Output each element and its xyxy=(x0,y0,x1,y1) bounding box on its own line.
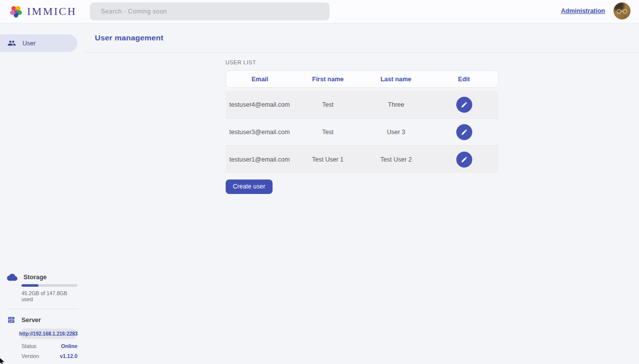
mouse-cursor-icon xyxy=(0,357,6,364)
admin-sidebar: User Storage 45.2GB of 147.8GB used xyxy=(0,23,85,364)
administration-link[interactable]: Administration xyxy=(561,7,605,14)
cell-first-name: Test xyxy=(294,129,362,136)
edit-user-button[interactable] xyxy=(456,124,472,140)
edit-user-button[interactable] xyxy=(456,152,472,168)
top-bar: IMMICH Administration xyxy=(0,0,639,23)
page-title: User management xyxy=(95,33,163,42)
cell-email: testuser3@email.com xyxy=(226,129,294,136)
server-icon xyxy=(7,316,15,324)
table-row: testuser3@email.com Test User 3 xyxy=(226,118,499,146)
immich-flower-icon xyxy=(9,4,23,18)
storage-progress-bar xyxy=(21,284,77,287)
status-value: Online xyxy=(61,343,77,349)
user-table: Email First name Last name Edit testuser… xyxy=(226,70,499,173)
search-input[interactable] xyxy=(90,2,329,20)
cell-edit xyxy=(430,97,499,113)
pencil-icon xyxy=(461,156,468,163)
table-row: testuser1@email.com Test User 1 Test Use… xyxy=(226,146,499,173)
immich-admin-page: IMMICH Administration User xyxy=(0,0,639,364)
cloud-icon xyxy=(7,273,17,281)
sidebar-item-label: User xyxy=(22,40,35,47)
logo-wordmark: IMMICH xyxy=(27,5,76,18)
cell-last-name: Test User 2 xyxy=(362,156,430,163)
table-row: testuser4@email.com Test Three xyxy=(226,91,499,118)
cell-email: testuser4@email.com xyxy=(226,101,294,108)
column-header-edit: Edit xyxy=(430,76,498,83)
pencil-icon xyxy=(461,101,468,108)
create-user-button[interactable]: Create user xyxy=(226,180,273,194)
column-header-last-name: Last name xyxy=(362,76,430,83)
user-avatar[interactable] xyxy=(614,2,631,19)
cell-email: testuser1@email.com xyxy=(226,156,294,163)
server-status-row: Status Online xyxy=(21,343,77,349)
sidebar-divider xyxy=(7,309,77,309)
storage-title: Storage xyxy=(23,274,47,281)
cell-first-name: Test User 1 xyxy=(294,156,362,163)
user-table-body: testuser4@email.com Test Three testuser3… xyxy=(226,91,499,173)
users-icon xyxy=(7,39,16,47)
cell-last-name: Three xyxy=(362,101,430,108)
section-title: USER LIST xyxy=(226,59,499,65)
sidebar-item-users[interactable]: User xyxy=(0,34,77,52)
server-title: Server xyxy=(21,317,41,324)
sidebar-footer: Storage 45.2GB of 147.8GB used xyxy=(0,273,85,359)
pencil-icon xyxy=(461,129,468,136)
immich-logo[interactable]: IMMICH xyxy=(9,4,76,18)
server-version-row: Version v1.12.0 xyxy=(21,353,77,359)
storage-progress-fill xyxy=(21,284,38,287)
version-label: Version xyxy=(21,353,39,359)
storage-usage-text: 45.2GB of 147.8GB used xyxy=(21,290,77,302)
user-table-header: Email First name Last name Edit xyxy=(226,70,499,88)
version-value: v1.12.0 xyxy=(60,353,77,359)
server-url-badge: http://192.168.1.216:2283 xyxy=(20,329,77,339)
cell-edit xyxy=(430,124,499,140)
storage-section-header: Storage xyxy=(7,273,77,281)
cell-edit xyxy=(430,152,499,168)
cell-first-name: Test xyxy=(294,101,362,108)
glasses-icon xyxy=(616,9,629,14)
status-label: Status xyxy=(21,343,36,349)
user-list-section: USER LIST Email First name Last name Edi… xyxy=(226,59,499,194)
server-section-header: Server xyxy=(7,316,77,324)
main-content: User management USER LIST Email First na… xyxy=(85,23,639,364)
column-header-email: Email xyxy=(226,76,294,83)
edit-user-button[interactable] xyxy=(456,97,472,113)
column-header-first-name: First name xyxy=(294,76,362,83)
cell-last-name: User 3 xyxy=(362,129,430,136)
page-title-bar: User management xyxy=(85,23,639,53)
